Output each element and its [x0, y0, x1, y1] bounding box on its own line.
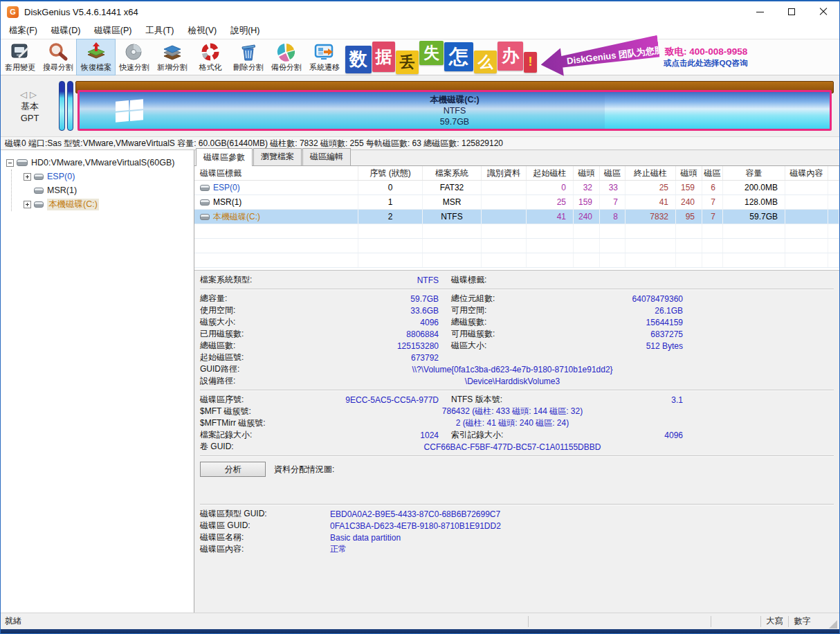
system-migrate-button[interactable]: 系統遷移	[305, 39, 343, 75]
caps-lock-indicator: 大寫	[760, 616, 788, 627]
ad-phone: 致电: 400-008-9958	[664, 46, 747, 58]
monitor-arrow-icon	[314, 42, 335, 62]
table-empty-row	[194, 224, 839, 239]
status-ready: 就緒	[1, 615, 528, 627]
search-icon	[48, 42, 69, 62]
minimize-button[interactable]	[744, 1, 776, 22]
separator	[200, 455, 834, 457]
table-empty-row	[194, 239, 839, 253]
tab-sector-edit[interactable]: 磁區編輯	[302, 148, 351, 165]
menu-disk[interactable]: 磁碟(D)	[44, 23, 87, 39]
ad-qq-link[interactable]: 或点击此处选择QQ咨询	[664, 58, 747, 68]
partition-icon	[34, 174, 44, 180]
delete-partition-button[interactable]: 刪除分割	[229, 39, 267, 75]
status-cell	[711, 616, 760, 627]
resize-grip[interactable]	[829, 620, 837, 628]
layers-icon	[162, 42, 183, 62]
recover-files-icon	[86, 42, 107, 62]
expand-icon[interactable]	[24, 173, 31, 181]
partition-icon	[200, 185, 210, 191]
format-ring-icon	[200, 42, 221, 62]
table-row[interactable]: ESP(0) 0 FAT32 0 32 33 25 159 6 200.0MB	[194, 181, 839, 195]
detail-row: $MFTMirr 磁簇號:2 (磁柱: 41 磁頭: 240 磁區: 24)	[200, 417, 834, 429]
tab-browse-files[interactable]: 瀏覽檔案	[253, 148, 302, 165]
ad-contact[interactable]: 致电: 400-008-9958 或点击此处选择QQ咨询	[664, 46, 747, 68]
partition-details-pane: 檔案系統類型: NTFS 磁碟標籤: 總容量:59.7GB總位元組數:64078…	[194, 270, 839, 613]
tree-item-msr[interactable]: MSR(1)	[12, 183, 194, 197]
app-logo-icon: G	[7, 6, 19, 18]
maximize-button[interactable]	[776, 1, 807, 22]
tree-item-local-disk-c[interactable]: 本機磁碟(C:)	[12, 197, 194, 211]
msr-partition-capsule[interactable]	[67, 81, 73, 131]
menu-file[interactable]: 檔案(F)	[2, 23, 44, 39]
detail-row: 起始磁區號:673792	[200, 352, 834, 363]
analyze-button[interactable]: 分析	[200, 462, 266, 477]
partition-icon	[200, 199, 210, 206]
ad-tiles: 数 据 丢 失 怎 么 办 !	[345, 39, 538, 75]
apply-changes-icon	[10, 42, 30, 62]
allocation-map-caption: 資料分配情況圖:	[274, 464, 334, 476]
separator	[200, 289, 834, 290]
detail-row: 使用空間:33.6GB可用空間:26.1GB	[200, 305, 834, 316]
toolbar: 套用變更 搜尋分割 恢復檔案 快速分割	[1, 39, 839, 75]
disk-band: 本機磁碟(C:) NTFS 59.7GB	[75, 81, 834, 131]
status-bar: 就緒 大寫 數字	[1, 613, 839, 629]
partition-c-block[interactable]: 本機磁碟(C:) NTFS 59.7GB	[77, 90, 832, 131]
menu-view[interactable]: 檢視(V)	[181, 23, 223, 39]
disk-mode-gpt: GPT	[1, 112, 59, 124]
windows-logo-icon	[116, 99, 143, 122]
window-bottom-edge	[1, 629, 839, 633]
tree-item-esp[interactable]: ESP(0)	[12, 170, 194, 183]
backup-partition-button[interactable]: 備份分割	[267, 39, 305, 75]
detail-row: 磁碟區內容:正常	[200, 543, 834, 555]
esp-partition-capsule[interactable]	[59, 81, 65, 131]
menu-tools[interactable]: 工具(T)	[139, 23, 181, 39]
expand-icon[interactable]	[24, 201, 31, 208]
detail-row: 檔案記錄大小:1024索引記錄大小:4096	[200, 429, 834, 441]
detail-row: 已用磁簇數:8806884可用磁簇數:6837275	[200, 328, 834, 340]
new-partition-button[interactable]: 新增分割	[153, 39, 191, 75]
apply-changes-button[interactable]: 套用變更	[1, 39, 39, 75]
partition-icon	[34, 188, 44, 194]
recover-files-button[interactable]: 恢復檔案	[77, 39, 115, 75]
maximize-icon	[788, 8, 795, 15]
prev-disk-arrow-icon[interactable]: ◁	[20, 89, 30, 100]
partition-table: 磁碟區標籤序號 (狀態) 檔案系統識別資料 起始磁柱磁頭 磁區終止磁柱 磁頭磁區…	[194, 166, 839, 270]
menu-partition[interactable]: 磁碟區(P)	[87, 23, 138, 39]
used-space-shade	[80, 92, 605, 129]
menu-help[interactable]: 說明(H)	[223, 23, 266, 39]
tree-root-label: HD0:VMware,VMwareVirtualS(60GB)	[31, 158, 174, 167]
detail-row: 磁碟區類型 GUID:EBD0A0A2-B9E5-4433-87C0-68B6B…	[200, 508, 834, 520]
tab-partition-parameters[interactable]: 磁碟區參數	[196, 148, 253, 166]
tree-item-hd0[interactable]: HD0:VMware,VMwareVirtualS(60GB)	[1, 156, 194, 170]
quick-partition-button[interactable]: 快速分割	[115, 39, 153, 75]
detail-row: 總容量:59.7GB總位元組數:64078479360	[200, 293, 834, 305]
pie-icon	[276, 42, 297, 62]
close-button[interactable]	[807, 1, 839, 22]
ad-tile: 失	[419, 41, 444, 65]
partition-fs: NTFS	[444, 105, 466, 116]
title-bar: G DiskGenius V5.4.6.1441 x64	[1, 1, 839, 22]
table-row-selected[interactable]: 本機磁碟(C:) 2 NTFS 41 240 8 7832 95 7 59.7G…	[194, 210, 839, 224]
tab-bar: 磁碟區參數 瀏覽檔案 磁區編輯	[194, 150, 839, 166]
format-button[interactable]: 格式化	[191, 39, 229, 75]
disk-info-line: 磁碟0 端口:Sas 型號:VMware,VMwareVirtualS 容量: …	[1, 136, 839, 150]
collapse-icon[interactable]	[6, 159, 14, 167]
hdd-icon	[17, 159, 28, 166]
disc-icon	[124, 42, 145, 62]
ad-banner[interactable]: 数 据 丢 失 怎 么 办 ! DiskGenius 团队为您服务 致电: 40…	[345, 39, 695, 75]
disk-tree-panel: HD0:VMware,VMwareVirtualS(60GB) ESP(0) M…	[1, 150, 194, 613]
detail-row: 磁簇大小:4096總磁簇數:15644159	[200, 316, 834, 328]
search-partition-button[interactable]: 搜尋分割	[39, 39, 77, 75]
ad-tile: 丢	[396, 51, 419, 74]
table-row[interactable]: MSR(1) 1 MSR 25 159 7 41 240 7 128.0MB	[194, 195, 839, 210]
minimize-icon	[756, 12, 764, 12]
table-header: 磁碟區標籤序號 (狀態) 檔案系統識別資料 起始磁柱磁頭 磁區終止磁柱 磁頭磁區…	[194, 166, 839, 181]
detail-row: 磁碟區名稱:Basic data partition	[200, 532, 834, 543]
separator	[200, 390, 834, 391]
next-disk-arrow-icon[interactable]: ▷	[30, 89, 39, 100]
ad-tile: 办	[497, 42, 523, 71]
close-icon	[819, 8, 828, 16]
status-cell	[528, 616, 711, 627]
detail-row: 磁碟區 GUID:0FA1C3BA-D623-4E7B-9180-8710B1E…	[200, 520, 834, 532]
